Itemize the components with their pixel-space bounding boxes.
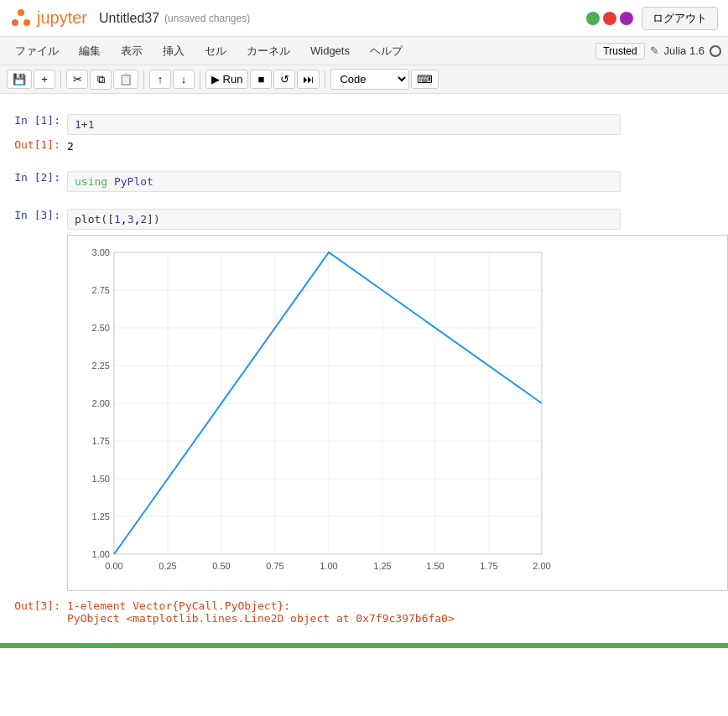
y-label-1.50: 1.50 [92, 474, 110, 484]
cut-button[interactable]: ✂ [66, 70, 88, 89]
cell-2: In [2]: using PyPlot [0, 169, 728, 194]
cell-2-code[interactable]: using PyPlot [67, 171, 621, 192]
cell-1: In [1]: 1+1 Out[1]: 2 [0, 112, 728, 156]
run-button[interactable]: ▶ Run [205, 70, 248, 89]
code-plus: + [81, 118, 88, 131]
cell-3-code[interactable]: plot([1,3,2]) [67, 209, 621, 230]
code-end: ]) [147, 213, 160, 226]
code-2: 2 [140, 213, 147, 226]
cell-3-in-label: In [3]: [0, 209, 67, 221]
menu-widgets[interactable]: Widgets [302, 41, 358, 60]
kernel-name-label: Julia 1.6 [664, 44, 705, 57]
svg-point-1 [12, 19, 18, 26]
save-button[interactable]: 💾 [7, 70, 32, 89]
toolbar-separator-1 [60, 70, 61, 89]
y-label-1.75: 1.75 [92, 436, 110, 446]
code-plot: plot( [75, 213, 107, 226]
cell-1-input: In [1]: 1+1 [0, 112, 728, 137]
menu-cell[interactable]: セル [196, 40, 235, 62]
code-1+1: 1 [75, 118, 81, 131]
jupyter-logo-icon [10, 8, 32, 29]
toolbar-separator-3 [200, 70, 200, 89]
menu-kernel[interactable]: カーネル [238, 40, 299, 62]
svg-point-0 [18, 9, 24, 16]
cell-1-output: Out[1]: 2 [0, 137, 728, 156]
x-label-0.50: 0.50 [212, 561, 230, 571]
dot-purple [620, 12, 633, 25]
cell-3: In [3]: plot([1,3,2]) [0, 207, 728, 626]
bottom-green-bar [0, 643, 728, 648]
menubar: ファイル 編集 表示 挿入 セル カーネル Widgets ヘルプ Truste… [0, 37, 728, 65]
menu-edit[interactable]: 編集 [70, 40, 109, 62]
logo: jupyter [10, 8, 87, 29]
restart-button[interactable]: ↺ [273, 70, 295, 89]
cell-3-out-label: Out[3]: [0, 599, 67, 612]
cell-1-out-label: Out[1]: [0, 138, 67, 151]
x-label-0.25: 0.25 [159, 561, 176, 571]
code-1b: 1 [88, 118, 95, 131]
y-label-2.25: 2.25 [92, 361, 110, 371]
menu-insert[interactable]: 挿入 [154, 40, 193, 62]
code-space [107, 175, 114, 188]
kernel-status-indicator [710, 45, 721, 57]
x-label-1.00: 1.00 [320, 561, 337, 571]
cell-3-out-line2: PyObject <matplotlib.lines.Line2D object… [67, 612, 455, 625]
logout-button[interactable]: ログアウト [642, 7, 718, 30]
y-label-2.00: 2.00 [92, 398, 110, 408]
y-label-2.50: 2.50 [92, 323, 110, 333]
menu-help[interactable]: ヘルプ [361, 40, 411, 62]
notebook: In [1]: 1+1 Out[1]: 2 In [2]: using PyPl… [0, 94, 728, 665]
trusted-area: Trusted ✎ Julia 1.6 [595, 43, 721, 60]
restart-run-all-button[interactable]: ⏭ [297, 70, 320, 89]
cell-3-out-text: 1-element Vector{PyCall.PyObject}: PyObj… [67, 599, 455, 625]
x-label-1.25: 1.25 [373, 561, 391, 571]
x-label-1.50: 1.50 [426, 561, 444, 571]
stop-button[interactable]: ■ [250, 70, 272, 89]
move-up-button[interactable]: ↑ [149, 70, 171, 89]
code-bracket: [ [107, 213, 114, 226]
unsaved-changes: (unsaved changes) [164, 13, 250, 24]
cell-2-in-label: In [2]: [0, 171, 67, 184]
keyboard-shortcuts-button[interactable]: ⌨ [411, 70, 439, 89]
dot-green [586, 12, 600, 25]
paste-button[interactable]: 📋 [113, 70, 138, 89]
cell-type-select[interactable]: Code Markdown Raw [330, 69, 409, 90]
x-label-2.00: 2.00 [533, 561, 550, 571]
x-label-0.00: 0.00 [105, 561, 122, 571]
cell-2-input: In [2]: using PyPlot [0, 169, 728, 194]
toolbar: 💾 + ✂ ⧉ 📋 ↑ ↓ ▶ Run ■ ↺ ⏭ Code Markdown … [0, 65, 728, 94]
move-down-button[interactable]: ↓ [173, 70, 195, 89]
copy-button[interactable]: ⧉ [90, 70, 112, 90]
kernel-dots [586, 12, 633, 25]
plot-container: 1.00 1.25 1.50 1.75 2.00 2.25 2.50 2.75 … [67, 235, 728, 591]
top-right-area: ログアウト [586, 7, 718, 30]
y-label-1.25: 1.25 [92, 511, 110, 521]
x-label-0.75: 0.75 [266, 561, 283, 571]
add-cell-button[interactable]: + [34, 70, 55, 89]
code-comma1: , [121, 213, 127, 226]
cell-1-code[interactable]: 1+1 [67, 114, 621, 135]
cell-3-output: Out[3]: 1-element Vector{PyCall.PyObject… [0, 598, 728, 626]
toolbar-separator-4 [325, 70, 325, 89]
menu-file[interactable]: ファイル [7, 40, 67, 62]
edit-icon[interactable]: ✎ [650, 44, 659, 57]
cell-3-input: In [3]: plot([1,3,2]) [0, 207, 728, 231]
code-pyplot: PyPlot [114, 175, 153, 188]
dot-red [603, 12, 616, 25]
y-label-2.75: 2.75 [92, 285, 110, 295]
topbar: jupyter Untitled37 (unsaved changes) ログア… [0, 0, 728, 37]
code-1: 1 [114, 213, 121, 226]
notebook-title[interactable]: Untitled37 [99, 11, 159, 26]
y-label-3.00: 3.00 [92, 247, 110, 257]
y-label-1.00: 1.00 [92, 549, 110, 559]
code-using: using [75, 175, 107, 188]
x-label-1.75: 1.75 [480, 561, 497, 571]
plot-svg: 1.00 1.25 1.50 1.75 2.00 2.25 2.50 2.75 … [68, 236, 554, 588]
jupyter-text: jupyter [37, 8, 87, 28]
cell-3-out-line1: 1-element Vector{PyCall.PyObject}: [67, 599, 455, 612]
menu-view[interactable]: 表示 [112, 40, 151, 62]
toolbar-separator-2 [143, 70, 144, 89]
trusted-badge[interactable]: Trusted [595, 43, 644, 60]
cell-1-in-label: In [1]: [0, 114, 67, 127]
svg-point-2 [23, 19, 30, 26]
